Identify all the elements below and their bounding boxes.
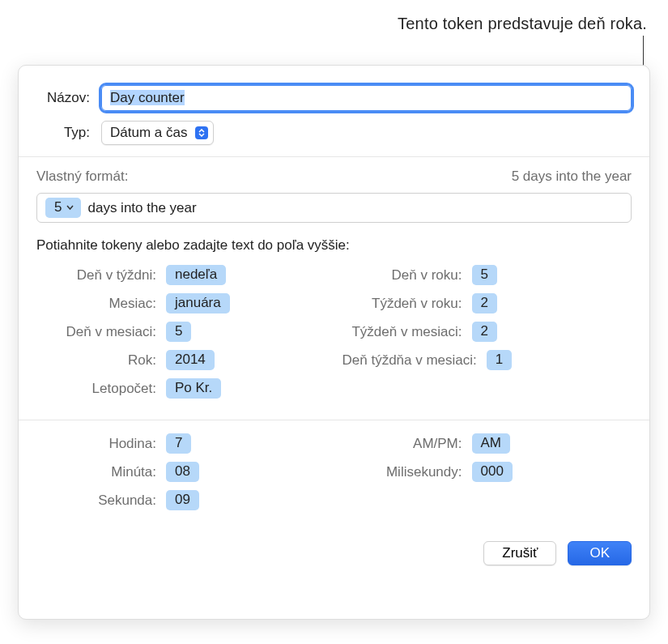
ok-button[interactable]: OK [568, 541, 632, 565]
token-label: Týždeň v roku: [343, 296, 472, 312]
token-label: Sekunda: [36, 493, 166, 509]
token-label: Letopočet: [36, 381, 166, 397]
chevron-down-icon [66, 205, 74, 211]
draggable-token[interactable]: 08 [166, 462, 199, 482]
token-row: Letopočet:Po Kr. [36, 378, 326, 399]
token-row: Deň v mesiaci:5 [36, 322, 326, 342]
draggable-token[interactable]: 09 [166, 490, 199, 510]
draggable-token[interactable]: 1 [487, 350, 512, 370]
format-preview: 5 days into the year [512, 168, 632, 185]
token-label: Týždeň v mesiaci: [343, 324, 472, 340]
token-row: Minúta:08 [36, 462, 326, 482]
token-row: Deň týždňa v mesiaci:1 [343, 350, 632, 370]
draggable-token[interactable]: 7 [166, 433, 191, 454]
callout-text: Tento token predstavuje deň roka. [398, 15, 647, 33]
token-row: AM/PM:AM [343, 433, 632, 454]
token-label: AM/PM: [343, 436, 472, 452]
token-row: Rok:2014 [36, 350, 326, 370]
select-arrows-icon [195, 126, 208, 139]
draggable-token[interactable]: 2 [472, 322, 497, 342]
token-label: Mesiac: [36, 296, 166, 312]
token-label: Deň v mesiaci: [36, 324, 166, 340]
custom-format-dialog: Názov: Day counter Typ: Dátum a čas Vlas… [18, 65, 650, 620]
token-value: 5 [54, 199, 62, 215]
draggable-token[interactable]: AM [472, 433, 511, 454]
draggable-token[interactable]: 000 [472, 462, 513, 482]
token-row: Sekunda:09 [36, 490, 326, 510]
name-field-value: Day counter [110, 90, 185, 105]
draggable-token[interactable]: nedeľa [166, 265, 226, 285]
token-label: Minúta: [36, 464, 166, 480]
token-label: Rok: [36, 352, 166, 369]
token-row: Deň v roku:5 [343, 265, 632, 285]
draggable-token[interactable]: 2 [472, 293, 497, 313]
cancel-button[interactable]: Zrušiť [483, 541, 556, 565]
draggable-token[interactable]: 5 [166, 322, 191, 342]
token-row: Týždeň v roku:2 [343, 293, 632, 313]
name-field[interactable]: Day counter [101, 85, 632, 111]
draggable-token[interactable]: 5 [472, 265, 497, 285]
token-label: Hodina: [36, 436, 166, 452]
draggable-token[interactable]: januára [166, 293, 230, 313]
format-token-day-of-year[interactable]: 5 [45, 198, 81, 218]
token-row: Mesiac:januára [36, 293, 326, 313]
draggable-token[interactable]: 2014 [166, 350, 215, 370]
token-label: Milisekundy: [343, 464, 472, 480]
draggable-token[interactable]: Po Kr. [166, 378, 221, 399]
token-label: Deň týždňa v mesiaci: [343, 352, 487, 369]
type-select[interactable]: Dátum a čas [101, 121, 214, 145]
token-row: Hodina:7 [36, 433, 326, 454]
token-row: Deň v týždni:nedeľa [36, 265, 326, 285]
drag-hint: Potiahnite tokeny alebo zadajte text do … [36, 237, 632, 254]
token-row: Týždeň v mesiaci:2 [343, 322, 632, 342]
name-label: Názov: [36, 90, 101, 106]
token-label: Deň v týždni: [36, 267, 166, 284]
token-label: Deň v roku: [343, 267, 472, 284]
format-suffix-text: days into the year [87, 200, 196, 216]
token-row: Milisekundy:000 [343, 462, 632, 482]
custom-format-label: Vlastný formát: [36, 168, 128, 185]
format-field[interactable]: 5 days into the year [36, 193, 632, 223]
type-select-value: Dátum a čas [110, 125, 187, 141]
type-label: Typ: [36, 125, 101, 141]
